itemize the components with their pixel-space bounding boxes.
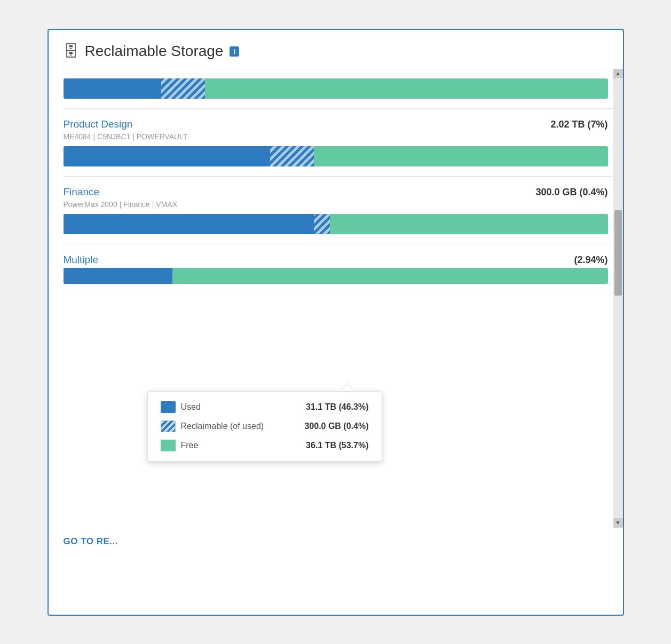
card-header: 🗄 Reclaimable Storage i xyxy=(49,43,623,69)
row-header-product-design: Product Design 2.02 TB (7%) xyxy=(64,118,608,130)
row-header-finance: Finance 300.0 GB (0.4%) xyxy=(64,186,608,198)
tooltip-used-value: 31.1 TB (46.3%) xyxy=(306,402,368,412)
scroll-down-arrow: ▼ xyxy=(615,520,621,526)
scrollbar-thumb-area xyxy=(613,78,623,518)
bar-reclaimable-clipped xyxy=(161,78,205,99)
bar-used-clipped xyxy=(64,78,162,99)
tooltip-used-label: Used xyxy=(181,402,306,412)
scrollbar-down-button[interactable]: ▼ xyxy=(613,518,623,528)
row-subtitle-finance: PowerMax 2000 | Finance | VMAX xyxy=(64,200,608,209)
bar-product-design xyxy=(64,146,608,166)
row-subtitle-product-design: ME4084 | C9NJBC1 | POWERVAULT xyxy=(64,132,608,141)
bar-free-multiple xyxy=(172,268,608,284)
row-name-product-design[interactable]: Product Design xyxy=(64,118,133,130)
tooltip-arrow xyxy=(341,384,354,391)
legend-reclaimable xyxy=(161,420,176,432)
storage-row-product-design: Product Design 2.02 TB (7%) ME4084 | C9N… xyxy=(64,109,623,177)
bar-used-finance xyxy=(64,214,314,234)
legend-used xyxy=(161,401,176,413)
bar-free-clipped xyxy=(205,78,608,99)
database-icon: 🗄 xyxy=(64,43,78,60)
tooltip-box: Used 31.1 TB (46.3%) Reclaimable (of use… xyxy=(147,391,382,462)
info-badge[interactable]: i xyxy=(230,46,239,57)
storage-row-finance: Finance 300.0 GB (0.4%) PowerMax 2000 | … xyxy=(64,177,623,244)
bar-finance xyxy=(64,214,608,234)
storage-row-clipped-top xyxy=(64,69,623,109)
scroll-container: Product Design 2.02 TB (7%) ME4084 | C9N… xyxy=(49,69,623,528)
card-footer: GO TO RE... xyxy=(49,528,623,547)
row-size-multiple: (2.94%) xyxy=(574,255,607,266)
row-name-multiple[interactable]: Multiple xyxy=(64,254,98,266)
tooltip-reclaimable-value: 300.0 GB (0.4%) xyxy=(304,422,368,431)
bar-free-finance xyxy=(330,214,607,234)
row-size-finance: 300.0 GB (0.4%) xyxy=(535,187,607,198)
scrollbar-track: ▲ ▼ xyxy=(613,69,623,528)
tooltip-row-reclaimable: Reclaimable (of used) 300.0 GB (0.4%) xyxy=(161,420,369,432)
tooltip-free-label: Free xyxy=(181,441,306,450)
bar-reclaimable-product-design xyxy=(270,146,314,166)
scrollbar-up-button[interactable]: ▲ xyxy=(613,69,623,78)
tooltip-free-value: 36.1 TB (53.7%) xyxy=(306,441,368,450)
card-title: Reclaimable Storage xyxy=(85,43,224,60)
tooltip-row-free: Free 36.1 TB (53.7%) xyxy=(161,440,369,451)
bar-used-multiple xyxy=(64,268,172,284)
goto-reports-link[interactable]: GO TO RE... xyxy=(64,536,118,546)
row-header-multiple: Multiple (2.94%) xyxy=(64,254,608,266)
tooltip-wrapper: Used 31.1 TB (46.3%) Reclaimable (of use… xyxy=(147,384,382,462)
bar-reclaimable-finance xyxy=(314,214,330,234)
bar-multiple xyxy=(64,268,608,284)
tooltip-row-used: Used 31.1 TB (46.3%) xyxy=(161,401,369,413)
bar-free-product-design xyxy=(314,146,608,166)
row-name-finance[interactable]: Finance xyxy=(64,186,100,198)
row-size-product-design: 2.02 TB (7%) xyxy=(550,119,607,130)
legend-free xyxy=(161,440,176,451)
scrollbar-thumb[interactable] xyxy=(614,210,622,296)
tooltip-reclaimable-label: Reclaimable (of used) xyxy=(181,422,305,431)
scroll-up-arrow: ▲ xyxy=(615,70,621,76)
bar-clipped-top xyxy=(64,78,608,99)
storage-row-multiple: Multiple (2.94%) xyxy=(64,244,623,284)
reclaimable-storage-card: 🗄 Reclaimable Storage i Product Design 2… xyxy=(48,29,624,616)
bar-used-product-design xyxy=(64,146,271,166)
